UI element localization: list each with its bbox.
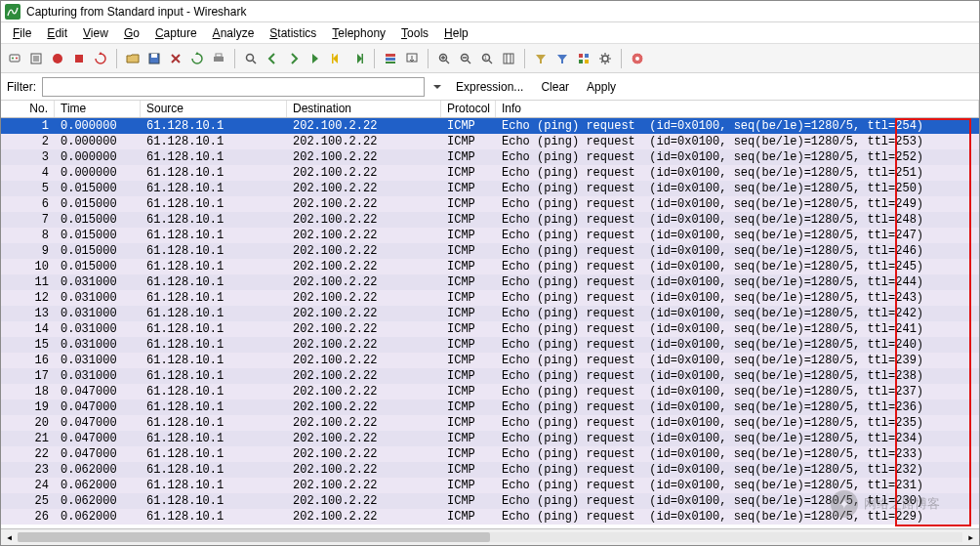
packet-row[interactable]: 50.01500061.128.10.1202.100.2.22ICMPEcho… <box>1 181 979 196</box>
stop-capture-icon[interactable] <box>69 49 89 68</box>
menu-go[interactable]: Go <box>116 24 147 42</box>
capture-filter-icon[interactable] <box>531 49 551 68</box>
cell: ICMP <box>441 478 496 493</box>
menu-edit[interactable]: Edit <box>39 24 75 42</box>
packet-row[interactable]: 140.03100061.128.10.1202.100.2.22ICMPEch… <box>1 321 979 337</box>
menu-analyze[interactable]: Analyze <box>205 24 263 42</box>
interfaces-icon[interactable] <box>5 49 24 68</box>
filter-input[interactable] <box>42 77 425 97</box>
cell: 0.031000 <box>55 306 141 321</box>
cell: 25 <box>1 493 55 509</box>
menu-telephony[interactable]: Telephony <box>324 24 393 42</box>
packet-row[interactable]: 30.00000061.128.10.1202.100.2.22ICMPEcho… <box>1 149 979 165</box>
svg-rect-13 <box>386 54 395 57</box>
menu-statistics[interactable]: Statistics <box>262 24 324 42</box>
packet-row[interactable]: 80.01500061.128.10.1202.100.2.22ICMPEcho… <box>1 228 979 243</box>
filter-dropdown-icon[interactable] <box>430 77 444 97</box>
go-forward-icon[interactable] <box>284 49 304 68</box>
zoom-out-icon[interactable] <box>456 49 475 68</box>
menu-file[interactable]: File <box>5 24 39 42</box>
packet-row[interactable]: 200.04700061.128.10.1202.100.2.22ICMPEch… <box>1 415 979 431</box>
cell: ICMP <box>441 228 496 243</box>
zoom-reset-icon[interactable]: 1 <box>477 49 497 68</box>
packet-row[interactable]: 100.01500061.128.10.1202.100.2.22ICMPEch… <box>1 259 979 274</box>
go-to-icon[interactable] <box>306 49 325 68</box>
display-filter-icon[interactable] <box>552 49 572 68</box>
menu-capture[interactable]: Capture <box>147 24 205 42</box>
restart-capture-icon[interactable] <box>91 49 110 68</box>
column-header-time[interactable]: Time <box>55 101 141 117</box>
column-header-info[interactable]: Info <box>496 101 979 117</box>
cell: 21 <box>1 431 55 446</box>
menu-tools[interactable]: Tools <box>393 24 436 42</box>
cell: 1 <box>1 118 55 134</box>
packet-row[interactable]: 90.01500061.128.10.1202.100.2.22ICMPEcho… <box>1 243 979 259</box>
coloring-rules-icon[interactable] <box>574 49 593 68</box>
cell: Echo (ping) request (id=0x0100, seq(be/l… <box>496 290 979 306</box>
packet-row[interactable]: 240.06200061.128.10.1202.100.2.22ICMPEch… <box>1 478 979 493</box>
cell: 6 <box>1 196 55 212</box>
filter-clear-button[interactable]: Clear <box>535 80 575 94</box>
cell: Echo (ping) request (id=0x0100, seq(be/l… <box>496 134 979 149</box>
packet-row[interactable]: 40.00000061.128.10.1202.100.2.22ICMPEcho… <box>1 165 979 181</box>
packet-row[interactable]: 180.04700061.128.10.1202.100.2.22ICMPEch… <box>1 384 979 399</box>
go-first-icon[interactable] <box>327 49 347 68</box>
cell: Echo (ping) request (id=0x0100, seq(be/l… <box>496 462 979 478</box>
packet-row[interactable]: 20.00000061.128.10.1202.100.2.22ICMPEcho… <box>1 134 979 149</box>
packet-row[interactable]: 190.04700061.128.10.1202.100.2.22ICMPEch… <box>1 399 979 415</box>
menu-view[interactable]: View <box>75 24 116 42</box>
go-back-icon[interactable] <box>263 49 282 68</box>
svg-rect-7 <box>151 54 157 58</box>
colorize-icon[interactable] <box>381 49 400 68</box>
packet-row[interactable]: 150.03100061.128.10.1202.100.2.22ICMPEch… <box>1 337 979 353</box>
scroll-right-icon[interactable]: ▸ <box>962 529 979 546</box>
open-file-icon[interactable] <box>123 49 143 68</box>
cell: 16 <box>1 353 55 368</box>
packet-row[interactable]: 220.04700061.128.10.1202.100.2.22ICMPEch… <box>1 446 979 462</box>
packet-row[interactable]: 120.03100061.128.10.1202.100.2.22ICMPEch… <box>1 290 979 306</box>
filter-expression-button[interactable]: Expression... <box>450 80 529 94</box>
column-header-source[interactable]: Source <box>141 101 287 117</box>
zoom-in-icon[interactable] <box>434 49 454 68</box>
preferences-icon[interactable] <box>595 49 615 68</box>
cell: Echo (ping) request (id=0x0100, seq(be/l… <box>496 196 979 212</box>
find-icon[interactable] <box>241 49 261 68</box>
column-header-no[interactable]: No. <box>1 101 55 117</box>
packet-row[interactable]: 260.06200061.128.10.1202.100.2.22ICMPEch… <box>1 509 979 525</box>
column-header-protocol[interactable]: Protocol <box>441 101 496 117</box>
packet-row[interactable]: 70.01500061.128.10.1202.100.2.22ICMPEcho… <box>1 212 979 228</box>
packet-row[interactable]: 170.03100061.128.10.1202.100.2.22ICMPEch… <box>1 368 979 384</box>
horizontal-scrollbar[interactable]: ◂ ▸ <box>1 528 979 545</box>
menu-help[interactable]: Help <box>436 24 476 42</box>
filter-apply-button[interactable]: Apply <box>581 80 622 94</box>
cell: ICMP <box>441 181 496 196</box>
packet-row[interactable]: 60.01500061.128.10.1202.100.2.22ICMPEcho… <box>1 196 979 212</box>
column-header-destination[interactable]: Destination <box>287 101 441 117</box>
packet-row[interactable]: 110.03100061.128.10.1202.100.2.22ICMPEch… <box>1 274 979 290</box>
cell: ICMP <box>441 134 496 149</box>
packet-row[interactable]: 10.00000061.128.10.1202.100.2.22ICMPEcho… <box>1 118 979 134</box>
scroll-left-icon[interactable]: ◂ <box>1 529 18 546</box>
packet-row[interactable]: 210.04700061.128.10.1202.100.2.22ICMPEch… <box>1 431 979 446</box>
packet-row[interactable]: 250.06200061.128.10.1202.100.2.22ICMPEch… <box>1 493 979 509</box>
cell: ICMP <box>441 431 496 446</box>
help-icon[interactable] <box>628 49 647 68</box>
resize-columns-icon[interactable] <box>499 49 518 68</box>
window-title: Capturing from Standard input - Wireshar… <box>26 5 246 19</box>
reload-icon[interactable] <box>187 49 207 68</box>
save-file-icon[interactable] <box>144 49 164 68</box>
packet-row[interactable]: 160.03100061.128.10.1202.100.2.22ICMPEch… <box>1 353 979 368</box>
print-icon[interactable] <box>209 49 228 68</box>
start-capture-icon[interactable] <box>48 49 67 68</box>
packet-list-header: No.TimeSourceDestinationProtocolInfo <box>1 101 979 118</box>
cell: 0.015000 <box>55 181 141 196</box>
cell: 0.015000 <box>55 243 141 259</box>
options-icon[interactable] <box>26 49 46 68</box>
go-last-icon[interactable] <box>348 49 368 68</box>
close-file-icon[interactable] <box>166 49 185 68</box>
packet-row[interactable]: 130.03100061.128.10.1202.100.2.22ICMPEch… <box>1 306 979 321</box>
packet-row[interactable]: 230.06200061.128.10.1202.100.2.22ICMPEch… <box>1 462 979 478</box>
cell: Echo (ping) request (id=0x0100, seq(be/l… <box>496 368 979 384</box>
auto-scroll-icon[interactable] <box>402 49 422 68</box>
scrollbar-thumb[interactable] <box>18 532 490 542</box>
